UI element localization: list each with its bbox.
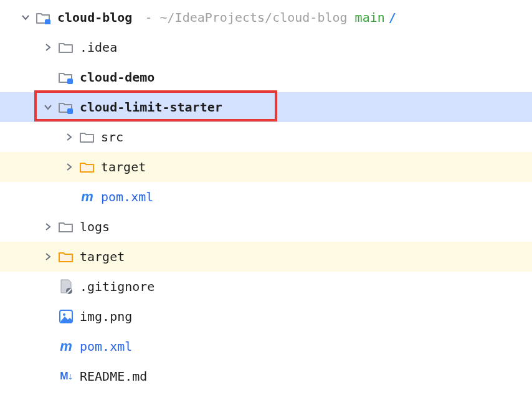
tree-item-label: logs: [80, 219, 110, 234]
folder-orange-icon: [59, 249, 74, 264]
chevron-down-icon[interactable]: [41, 100, 55, 114]
project-tree: cloud-blog - ~/IdeaProjects/cloud-blog m…: [0, 0, 532, 391]
tree-item-label: README.md: [80, 369, 147, 384]
tree-item-label: .idea: [80, 40, 117, 55]
maven-icon: m: [59, 339, 74, 354]
svg-rect-1: [67, 79, 73, 84]
folder-icon: [59, 219, 74, 234]
tree-row[interactable]: src: [0, 122, 532, 152]
tree-item-label: pom.xml: [80, 339, 132, 354]
gitignore-icon: [59, 279, 74, 294]
tree-row[interactable]: mpom.xml: [0, 331, 532, 361]
tree-row[interactable]: target: [0, 152, 532, 182]
tree-row[interactable]: .gitignore: [0, 272, 532, 302]
tree-row[interactable]: target: [0, 242, 532, 272]
divider: /: [389, 10, 396, 25]
tree-row[interactable]: logs: [0, 212, 532, 242]
chevron-right-icon[interactable]: [41, 40, 55, 54]
svg-rect-2: [67, 108, 73, 114]
folder-orange-icon: [80, 159, 95, 174]
tree-row[interactable]: mpom.xml: [0, 182, 532, 212]
root-name: cloud-blog: [57, 10, 132, 25]
chevron-right-icon[interactable]: [41, 220, 55, 234]
module-icon: [59, 100, 74, 115]
svg-point-6: [63, 313, 65, 316]
git-branch: main: [355, 10, 385, 25]
maven-icon: m: [80, 189, 95, 204]
tree-item-label: src: [101, 130, 123, 145]
folder-icon: [59, 40, 74, 55]
tree-row[interactable]: cloud-limit-starter: [0, 92, 532, 122]
image-icon: [59, 309, 74, 324]
tree-item-label: cloud-limit-starter: [80, 100, 222, 115]
tree-row[interactable]: img.png: [0, 302, 532, 331]
svg-rect-0: [45, 19, 50, 24]
tree-root-row[interactable]: cloud-blog - ~/IdeaProjects/cloud-blog m…: [0, 2, 532, 32]
tree-row[interactable]: .idea: [0, 32, 532, 62]
tree-item-label: target: [101, 159, 146, 174]
tree-item-label: img.png: [80, 309, 132, 324]
chevron-right-icon[interactable]: [62, 130, 76, 144]
tree-item-label: pom.xml: [101, 189, 153, 204]
tree-item-label: .gitignore: [80, 279, 154, 294]
module-icon: [59, 70, 74, 85]
tree-item-label: cloud-demo: [80, 70, 154, 85]
tree-item-label: target: [80, 249, 125, 264]
root-path: - ~/IdeaProjects/cloud-blog main/: [145, 10, 396, 25]
chevron-right-icon[interactable]: [62, 160, 76, 174]
module-icon: [36, 10, 51, 25]
chevron-right-icon[interactable]: [41, 250, 55, 264]
tree-row[interactable]: cloud-demo: [0, 62, 532, 92]
tree-row[interactable]: M↓README.md: [0, 361, 532, 391]
chevron-down-icon[interactable]: [19, 11, 32, 24]
folder-icon: [80, 130, 95, 145]
markdown-icon: M↓: [59, 369, 74, 384]
